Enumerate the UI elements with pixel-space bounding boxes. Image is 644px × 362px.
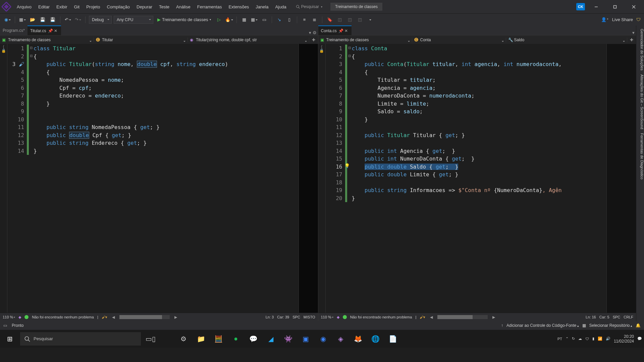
select-repo[interactable]: Selecionar Repositório	[589, 323, 632, 328]
new-item[interactable]: ▦	[18, 16, 26, 24]
side-tab[interactable]: Ferramentas de Diagnóstico	[636, 133, 644, 179]
file-explorer[interactable]: 📁	[193, 331, 209, 347]
side-tab[interactable]: Alterações do Git – ScreenSound	[636, 74, 644, 129]
indent-mode[interactable]: SPC	[613, 315, 621, 319]
notepad-app[interactable]: 📄	[385, 331, 400, 347]
menu-git[interactable]: Git	[71, 3, 83, 11]
discord-app[interactable]: 👾	[280, 331, 296, 347]
app-blue2[interactable]: ◉	[315, 331, 331, 347]
chrome-app[interactable]: 🌐	[368, 331, 383, 347]
zoom-level[interactable]: 110 %	[3, 315, 15, 319]
tool-d[interactable]: ↘	[275, 16, 283, 24]
tab-conta[interactable]: Conta.cs 📌 ✕	[318, 25, 352, 35]
menu-extensões[interactable]: Extensões	[225, 3, 252, 11]
scroll-right-icon[interactable]: ▶	[173, 315, 178, 319]
tool-h[interactable]: ◫	[336, 16, 344, 24]
taskbar-search[interactable]: Pesquisar	[20, 332, 141, 346]
crumb-class[interactable]: 🅒 Conta	[412, 38, 506, 42]
task-view[interactable]: ▭▯	[143, 331, 158, 347]
minimize-button[interactable]	[588, 2, 604, 12]
scroll-right-icon[interactable]: ▶	[491, 315, 496, 319]
problems-status[interactable]: Não foi encontrado nenhum problema	[350, 315, 412, 319]
bell-icon[interactable]: 🔔	[636, 323, 641, 328]
start-debug[interactable]: ▶ Treinamento de classes ▾	[155, 17, 213, 22]
menu-exibir[interactable]: Exibir	[53, 3, 71, 11]
code-editor-right[interactable]: class Conta { public Conta(Titular titul…	[352, 44, 607, 313]
code-lens-icon[interactable]: ◆	[18, 315, 21, 319]
maximize-button[interactable]	[607, 2, 623, 12]
hscrollbar-left[interactable]	[119, 315, 170, 319]
firefox-app[interactable]: 🦊	[350, 331, 366, 347]
menu-editar[interactable]: Editar	[35, 3, 53, 11]
tool-g[interactable]: ≣	[311, 16, 319, 24]
tray-battery-icon[interactable]: ▮	[592, 337, 594, 341]
crumb-project[interactable]: ▣ Treinamento de classes	[0, 38, 94, 42]
redo[interactable]: ↷	[74, 16, 82, 24]
save[interactable]: 💾	[39, 16, 47, 24]
output-icon[interactable]: ▭	[3, 323, 7, 328]
menu-análise[interactable]: Análise	[173, 3, 194, 11]
split-view[interactable]: ✚	[627, 38, 636, 42]
crumb-member[interactable]: ◉ Titular(string nome, double cpf, str	[188, 38, 309, 42]
menu-compilação[interactable]: Compilação	[103, 3, 133, 11]
close-tab-icon[interactable]: ✕	[344, 28, 349, 33]
notifications-icon[interactable]: 💬	[637, 337, 642, 341]
minimap-left[interactable]	[299, 44, 318, 313]
brush-icon[interactable]: 🖌▾	[420, 315, 425, 319]
spotify-app[interactable]: ●	[228, 331, 244, 347]
col-indicator[interactable]: Car: 39	[277, 315, 289, 319]
menu-ferramentas[interactable]: Ferramentas	[194, 3, 225, 11]
tool-e[interactable]: ▯	[285, 16, 293, 24]
menu-projeto[interactable]: Projeto	[83, 3, 103, 11]
open-file[interactable]: 📂	[29, 16, 37, 24]
eol-mode[interactable]: CRLF	[624, 315, 633, 319]
tab-program[interactable]: Program.cs*	[0, 25, 28, 35]
menu-teste[interactable]: Teste	[156, 3, 173, 11]
language-indicator[interactable]: PT	[557, 337, 562, 341]
tab-settings-icon[interactable]: ⚙	[313, 30, 317, 35]
scroll-left-icon[interactable]: ◀	[111, 315, 116, 319]
live-share[interactable]: Live Share	[612, 17, 633, 22]
tab-titular[interactable]: Titular.cs 📌 ✕	[28, 25, 61, 35]
tray-sync-icon[interactable]: ↻	[572, 337, 575, 341]
close-tab-icon[interactable]: ✕	[54, 28, 58, 33]
tool-b[interactable]: ▦	[250, 16, 258, 24]
line-indicator[interactable]: Ln: 3	[266, 315, 274, 319]
back-nav[interactable]: ◉	[3, 16, 11, 24]
tab-dropdown-icon[interactable]: ▾	[632, 30, 635, 35]
indent-mode[interactable]: SPC	[292, 315, 300, 319]
settings-app[interactable]: ⚙	[176, 331, 191, 347]
save-all[interactable]: 💾	[49, 16, 57, 24]
undo[interactable]: ↶	[64, 16, 72, 24]
col-indicator[interactable]: Car: 5	[599, 315, 609, 319]
start-no-debug[interactable]: ▷	[215, 16, 223, 24]
tray-defender-icon[interactable]: 🛡	[585, 337, 589, 341]
user-badge[interactable]: CK	[576, 3, 585, 10]
tool-f[interactable]: ≡	[301, 16, 309, 24]
split-view[interactable]: ✚	[309, 38, 318, 42]
problems-status[interactable]: Não foi encontrado nenhum problema	[32, 315, 94, 319]
bookmark[interactable]: 🔖	[326, 16, 334, 24]
config-combo[interactable]: Debug	[89, 16, 112, 24]
tool-a[interactable]: ▦	[240, 16, 248, 24]
tab-dropdown-icon[interactable]: ▾	[309, 30, 311, 35]
tool-c[interactable]: ▭	[260, 16, 268, 24]
code-lens-icon[interactable]: ◆	[337, 315, 339, 319]
eol-mode[interactable]: MISTO	[304, 315, 315, 319]
pin-icon[interactable]: 📌	[48, 28, 52, 33]
vscode-app[interactable]: ◢	[263, 331, 278, 347]
tray-volume-icon[interactable]: 🔊	[606, 337, 610, 341]
zoom-level[interactable]: 110 %	[321, 315, 333, 319]
add-source-control[interactable]: Adicionar ao Controle do Código-Fonte	[506, 323, 579, 328]
tool-j[interactable]: ◫	[356, 16, 364, 24]
lightbulb-icon[interactable]: 💡	[344, 163, 350, 168]
minimap-right[interactable]	[606, 44, 636, 313]
crumb-class[interactable]: 🅒 Titular	[94, 38, 188, 42]
calculator-app[interactable]: 🧮	[211, 331, 226, 347]
menu-janela[interactable]: Janela	[252, 3, 272, 11]
code-editor-left[interactable]: class Titular { public Titular(string no…	[34, 44, 299, 313]
start-button[interactable]: ⊞	[2, 331, 17, 347]
tray-wifi-icon[interactable]: 📶	[598, 337, 602, 341]
ide-search[interactable]: Pesquisar ▾	[296, 4, 322, 9]
tray-chevron-icon[interactable]: ⌃	[566, 337, 569, 341]
